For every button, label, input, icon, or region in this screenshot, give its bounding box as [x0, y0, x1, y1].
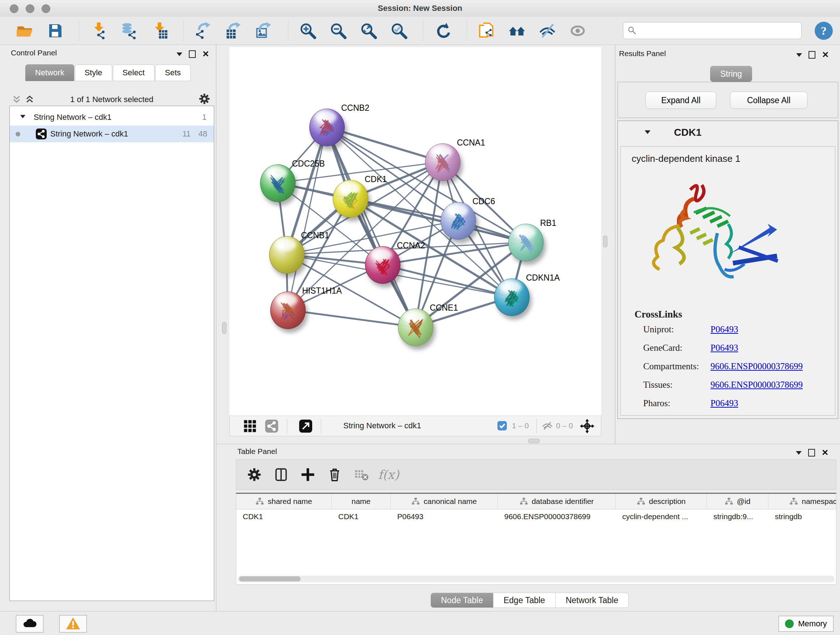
table-cell[interactable]: 9606.ENSP00000378699: [498, 509, 616, 524]
network-node-ccnb2[interactable]: [309, 109, 345, 146]
table-cell[interactable]: CDK1: [332, 509, 391, 524]
network-canvas[interactable]: CCNB2CCNA1CDC25BCDK1CDC6RB1CCNB1CCNA2CDK…: [229, 47, 601, 416]
right-splitter-handle[interactable]: [603, 236, 607, 247]
table-panel-close-icon[interactable]: ✕: [821, 448, 829, 457]
open-session-button[interactable]: [14, 21, 35, 41]
cdk1-entry-header[interactable]: CDK1: [618, 121, 838, 145]
memory-button[interactable]: Memory: [778, 616, 834, 632]
show-all-button[interactable]: [568, 21, 588, 41]
tab-node-table[interactable]: Node Table: [431, 593, 493, 608]
control-panel-float-icon[interactable]: [177, 52, 182, 56]
table-data-row[interactable]: CDK1CDK1P064939606.ENSP00000378699cyclin…: [236, 509, 836, 524]
column-header-database-identifier[interactable]: database identifier: [498, 494, 616, 509]
network-edge[interactable]: [287, 127, 327, 310]
network-edge[interactable]: [287, 310, 415, 327]
selected-checkbox-icon[interactable]: [497, 421, 507, 431]
show-columns-button[interactable]: [271, 464, 291, 485]
collection-expand-icon[interactable]: [20, 115, 25, 119]
clear-table-button[interactable]: [351, 464, 371, 485]
warning-status-button[interactable]: [59, 615, 87, 632]
crosslink-link[interactable]: 9606.ENSP00000378699: [711, 361, 803, 371]
tab-edge-table[interactable]: Edge Table: [493, 593, 556, 608]
zoom-fit-content-button[interactable]: [358, 21, 379, 41]
crosslink-link[interactable]: P06493: [711, 325, 738, 334]
export-table-button[interactable]: [224, 21, 244, 41]
table-panel-float-icon[interactable]: [796, 451, 802, 455]
entry-collapse-icon[interactable]: [645, 130, 651, 134]
network-row-selected[interactable]: String Network – cdk1 11 48: [10, 126, 214, 142]
network-collection-row[interactable]: String Network – cdk1 1: [10, 109, 214, 126]
column-header-name[interactable]: name: [332, 494, 391, 509]
network-options-gear-icon[interactable]: [198, 93, 210, 105]
network-edge[interactable]: [350, 198, 526, 242]
bottom-splitter-handle[interactable]: [528, 439, 540, 443]
apply-layout-button[interactable]: [433, 21, 453, 41]
network-node-ccna1[interactable]: [425, 143, 461, 181]
network-node-ccne1[interactable]: [398, 309, 433, 346]
import-network-from-database-button[interactable]: [119, 21, 139, 41]
left-splitter-handle[interactable]: [222, 322, 226, 334]
scrollbar-thumb[interactable]: [239, 576, 301, 581]
results-panel-close-icon[interactable]: ✕: [822, 51, 829, 59]
help-button[interactable]: ?: [815, 22, 833, 40]
table-horizontal-scrollbar[interactable]: [238, 576, 835, 582]
table-cell[interactable]: stringdb:9...: [707, 509, 768, 524]
string-style-icon[interactable]: [265, 420, 278, 432]
crosslink-link[interactable]: P06493: [711, 398, 738, 409]
export-network-button[interactable]: [193, 21, 213, 41]
control-panel-maximize-icon[interactable]: [189, 50, 196, 58]
open-in-browser-icon[interactable]: [299, 420, 312, 432]
first-neighbors-button[interactable]: [507, 21, 527, 41]
crosslink-link[interactable]: P06493: [711, 343, 738, 353]
table-cell[interactable]: cyclin-dependent ...: [616, 509, 707, 524]
zoom-selected-button[interactable]: [389, 21, 409, 41]
export-image-button[interactable]: [254, 21, 274, 41]
tab-network[interactable]: Network: [25, 65, 74, 81]
create-column-button[interactable]: [298, 464, 318, 485]
table-panel-maximize-icon[interactable]: [808, 449, 815, 456]
entry-detail-box: cyclin-dependent kinase 1: [621, 146, 835, 416]
column-header-namespace[interactable]: namespace: [768, 494, 836, 509]
network-node-cdk1[interactable]: [333, 180, 368, 218]
crosslink-link[interactable]: 9606.ENSP00000378699: [711, 380, 803, 390]
network-node-ccna2[interactable]: [365, 246, 401, 284]
control-panel-close-icon[interactable]: ✕: [202, 50, 209, 58]
birds-eye-view-icon[interactable]: [243, 420, 256, 432]
column-header-canonical-name[interactable]: canonical name: [391, 494, 498, 509]
network-node-hist1h1a[interactable]: [270, 291, 306, 329]
expand-all-button[interactable]: Expand All: [645, 92, 716, 109]
table-cell[interactable]: P06493: [391, 509, 498, 524]
results-panel-maximize-icon[interactable]: [808, 51, 815, 59]
function-builder-button[interactable]: f(x): [378, 467, 399, 482]
table-options-gear-button[interactable]: [244, 464, 264, 485]
column-header--id[interactable]: @id: [707, 494, 768, 509]
import-table-from-file-button[interactable]: [149, 21, 170, 41]
network-node-rb1[interactable]: [508, 224, 544, 261]
hide-selected-button[interactable]: [537, 21, 557, 41]
search-input[interactable]: [623, 22, 802, 39]
tab-sets[interactable]: Sets: [155, 65, 191, 81]
tab-network-table[interactable]: Network Table: [556, 593, 628, 608]
column-header-shared-name[interactable]: shared name: [236, 494, 332, 509]
network-node-cdc25b[interactable]: [260, 165, 295, 202]
column-header-description[interactable]: description: [616, 494, 707, 509]
network-node-cdc6[interactable]: [441, 202, 476, 240]
zoom-out-button[interactable]: [328, 21, 348, 41]
tab-style[interactable]: Style: [75, 65, 112, 81]
delete-column-button[interactable]: [325, 464, 345, 485]
fit-selected-crosshair-icon[interactable]: [580, 419, 594, 433]
import-network-from-file-button[interactable]: [88, 21, 109, 41]
network-edge[interactable]: [327, 127, 415, 327]
network-node-ccnb1[interactable]: [269, 236, 305, 274]
results-panel-float-icon[interactable]: [796, 53, 802, 57]
table-cell[interactable]: stringdb: [768, 509, 836, 524]
clone-network-button[interactable]: [477, 21, 497, 41]
network-node-cdkn1a[interactable]: [494, 279, 530, 316]
tab-select[interactable]: Select: [113, 65, 155, 81]
collapse-all-button[interactable]: Collapse All: [730, 92, 807, 109]
results-tab-string[interactable]: String: [710, 66, 752, 82]
cloud-status-button[interactable]: [16, 615, 43, 632]
table-cell[interactable]: CDK1: [236, 509, 332, 524]
save-session-button[interactable]: [45, 21, 65, 41]
zoom-in-button[interactable]: [298, 21, 318, 41]
